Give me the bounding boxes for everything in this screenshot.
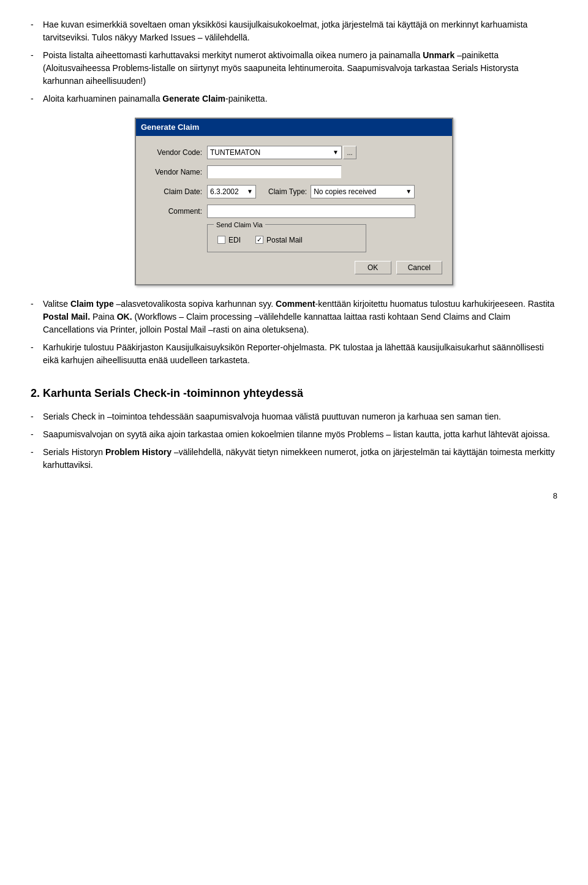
claim-date-arrow-icon: ▼ [247,187,253,196]
postal-mail-label: Postal Mail [266,235,303,246]
intro-item-1: Hae kuvan esimerkkiä soveltaen oman yksi… [31,18,557,44]
claim-date-value: 6.3.2002 [210,186,239,197]
dialog-titlebar: Generate Claim [136,119,452,136]
cancel-button[interactable]: Cancel [396,261,442,274]
claim-date-field: 6.3.2002 ▼ Claim Type: No copies receive… [207,185,442,198]
dialog-body: Vendor Code: TUNTEMATON ▼ ... Vendor Nam… [136,136,452,284]
claim-type-arrow-icon: ▼ [405,187,412,196]
intro-item-3: Aloita karhuaminen painamalla Generate C… [31,92,557,105]
section2-list: Serials Check in –toimintoa tehdessään s… [31,410,557,472]
claim-date-type-row: Claim Date: 6.3.2002 ▼ Claim Type: No co… [146,185,442,198]
section2-title: Karhunta Serials Check-in -toiminnon yht… [43,387,303,399]
comment-field: tämä huomautus tulostuu karhukirjeeseen [207,205,442,218]
section2-item-3: Serials Historyn Problem History –välile… [31,446,557,472]
send-claim-checkboxes: EDI ✓ Postal Mail [217,235,356,246]
comment-input[interactable]: tämä huomautus tulostuu karhukirjeeseen [207,205,415,218]
section2-heading: 2. Karhunta Serials Check-in -toiminnon … [31,385,557,402]
claim-type-section: Claim Type: No copies received ▼ [268,185,442,198]
page-number: 8 [31,490,557,502]
claim-date-label: Claim Date: [146,186,207,197]
dialog-buttons: OK Cancel [146,261,442,274]
vendor-code-lookup-button[interactable]: ... [343,146,356,159]
after-item-2: Karhukirje tulostuu Pääkirjaston Kausiju… [31,341,557,367]
vendor-code-value: TUNTEMATON [210,147,260,158]
edi-checkbox-item: EDI [217,235,241,246]
edi-label: EDI [228,235,241,246]
claim-date-dropdown[interactable]: 6.3.2002 ▼ [207,185,256,198]
vendor-code-dropdown[interactable]: TUNTEMATON ▼ [207,146,342,159]
section2-item-2: Saapumisvalvojan on syytä aika ajoin tar… [31,428,557,441]
ok-button[interactable]: OK [355,261,391,274]
vendor-name-row: Vendor Name: TUNTEMATON [146,165,442,179]
vendor-name-label: Vendor Name: [146,167,207,178]
intro-item-2: Poista listalta aiheettomasti karhuttava… [31,49,557,88]
intro-list: Hae kuvan esimerkkiä soveltaen oman yksi… [31,18,557,105]
comment-row: Comment: tämä huomautus tulostuu karhuki… [146,205,442,218]
section2-number: 2. [31,387,40,399]
vendor-code-label: Vendor Code: [146,147,207,158]
section2-item-1: Serials Check in –toimintoa tehdessään s… [31,410,557,423]
dialog-wrapper: Generate Claim Vendor Code: TUNTEMATON ▼… [31,118,557,285]
vendor-code-field: TUNTEMATON ▼ ... [207,146,442,159]
vendor-name-field: TUNTEMATON [207,165,442,179]
after-dialog-list: Valitse Claim type –alasvetovalikosta so… [31,298,557,367]
vendor-name-input[interactable]: TUNTEMATON [207,165,342,179]
claim-type-dropdown[interactable]: No copies received ▼ [311,185,415,198]
postal-mail-checkbox[interactable]: ✓ [255,236,263,244]
after-item-1: Valitse Claim type –alasvetovalikosta so… [31,298,557,336]
vendor-code-arrow-icon: ▼ [333,148,339,157]
vendor-code-row: Vendor Code: TUNTEMATON ▼ ... [146,146,442,159]
comment-label: Comment: [146,206,207,217]
edi-checkbox[interactable] [217,236,225,244]
generate-claim-dialog: Generate Claim Vendor Code: TUNTEMATON ▼… [135,118,453,285]
claim-type-value: No copies received [314,186,376,197]
send-claim-group: Send Claim Via EDI ✓ Postal Mail [207,224,366,252]
send-claim-title: Send Claim Via [214,220,265,230]
claim-type-label: Claim Type: [268,186,307,197]
dialog-title: Generate Claim [141,122,199,132]
postal-mail-checkbox-item: ✓ Postal Mail [255,235,303,246]
